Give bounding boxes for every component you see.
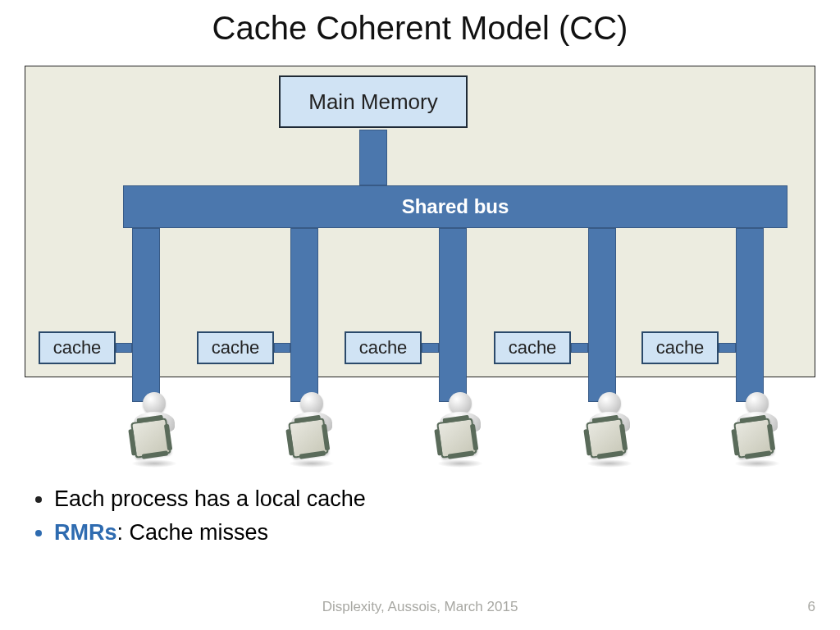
cache-box: cache [641,331,719,364]
slide: Cache Coherent Model (CC) Main Memory Sh… [0,0,840,630]
cache-connector [571,343,588,353]
bus-drop-line [439,228,467,402]
figure-shadow [587,459,632,468]
figure-shadow [734,459,780,468]
cpu-chip-icon [586,418,627,459]
cpu-chip-icon [130,418,171,459]
figure-shadow [131,459,177,468]
cpu-chip-icon [436,418,477,459]
cache-connector [719,343,736,353]
cache-connector [116,343,132,353]
bus-connector-main [359,130,387,185]
page-number: 6 [808,599,815,615]
bus-drop-line [290,228,318,402]
processor-figure [724,392,790,469]
cache-connector [422,343,439,353]
shared-bus-bar: Shared bus [123,185,788,228]
bullet-list: Each process has a local cache RMRs: Cac… [30,482,366,549]
bus-drop-line [588,228,616,402]
bullet-text: Each process has a local cache [54,486,366,511]
cache-box: cache [494,331,571,364]
processor-figure [427,392,493,469]
figure-shadow [437,459,483,468]
footer-text: Displexity, Aussois, March 2015 [0,599,840,615]
processor-figure [577,392,642,469]
bus-drop-line [132,228,160,402]
cache-box: cache [197,331,274,364]
figure-shadow [289,459,335,468]
slide-title: Cache Coherent Model (CC) [0,0,840,47]
bullet-highlight: RMRs [54,520,117,545]
bullet-item: Each process has a local cache [54,482,366,516]
main-memory-box: Main Memory [279,75,468,128]
cache-connector [274,343,290,353]
bus-drop-line [736,228,764,402]
bullet-text: : Cache misses [117,520,269,545]
cache-box: cache [345,331,422,364]
processor-figure [121,392,187,469]
processor-figure [279,392,345,469]
cpu-chip-icon [288,418,329,459]
cpu-chip-icon [733,418,774,459]
bullet-item: RMRs: Cache misses [54,516,366,550]
cache-box: cache [39,331,116,364]
